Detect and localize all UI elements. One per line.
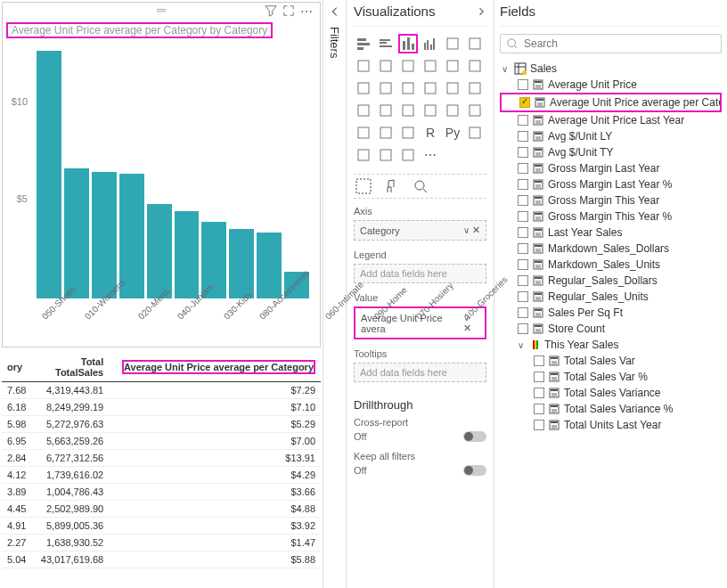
- fields-tab-icon[interactable]: [355, 178, 372, 194]
- field-item[interactable]: Average Unit Price average per Cate...: [500, 93, 722, 112]
- chevron-right-icon[interactable]: [476, 6, 486, 17]
- field-item[interactable]: Total Units Last Year: [500, 417, 722, 433]
- field-item[interactable]: Total Sales Variance %: [500, 401, 722, 417]
- field-item[interactable]: Total Sales Var %: [500, 369, 722, 385]
- viz-area-icon[interactable]: [376, 56, 396, 76]
- more-icon[interactable]: ⋯: [300, 4, 313, 19]
- viz-stacked-bar-icon[interactable]: [354, 34, 373, 53]
- table-row[interactable]: 6.188,249,299.19$7.10: [2, 399, 321, 416]
- field-item[interactable]: Store Count: [500, 321, 722, 337]
- field-checkbox[interactable]: [519, 97, 530, 108]
- bar[interactable]: [147, 204, 172, 298]
- bar[interactable]: [175, 211, 200, 298]
- legend-field[interactable]: Add data fields here: [354, 264, 486, 283]
- tooltips-field[interactable]: Add data fields here: [354, 363, 486, 382]
- field-checkbox[interactable]: [518, 79, 528, 90]
- field-checkbox[interactable]: [518, 195, 528, 206]
- viz-map-icon[interactable]: [354, 101, 373, 120]
- field-item[interactable]: Total Sales Var: [500, 353, 722, 369]
- viz-clustered-col-100-icon[interactable]: [465, 34, 485, 53]
- table-row[interactable]: 4.452,502,989.90$4.88: [2, 501, 321, 518]
- field-checkbox[interactable]: [534, 372, 544, 382]
- field-item[interactable]: Average Unit Price: [500, 77, 722, 93]
- field-checkbox[interactable]: [534, 420, 544, 430]
- viz-py-icon[interactable]: Py: [443, 123, 462, 143]
- field-checkbox[interactable]: [518, 163, 528, 174]
- chart-visual[interactable]: ═ ⋯ Average Unit Price average per Categ…: [2, 2, 321, 347]
- field-group-header[interactable]: ∨This Year Sales: [500, 337, 722, 353]
- bar[interactable]: [37, 51, 61, 298]
- field-checkbox[interactable]: [518, 227, 528, 238]
- field-item[interactable]: Avg $/Unit LY: [500, 128, 722, 144]
- viz-qa-icon[interactable]: [376, 145, 396, 165]
- field-item[interactable]: Gross Margin This Year: [500, 192, 722, 208]
- field-group-header[interactable]: ∨Sales: [500, 61, 722, 77]
- table-row[interactable]: 7.684,319,443.81$7.29: [2, 382, 321, 399]
- field-checkbox[interactable]: [518, 243, 528, 254]
- field-item[interactable]: Gross Margin Last Year: [500, 160, 722, 176]
- table-row[interactable]: 3.891,004,786.43$3.66: [2, 484, 321, 501]
- viz-scatter-icon[interactable]: [398, 78, 418, 98]
- viz-line-icon[interactable]: [354, 56, 373, 76]
- table-row[interactable]: 4.121,739,616.02$4.29: [2, 467, 321, 484]
- viz-stacked-col-icon[interactable]: [398, 34, 418, 53]
- table-visual[interactable]: ory TotalTotalSales Average Unit Price a…: [2, 353, 321, 584]
- field-checkbox[interactable]: [534, 355, 544, 366]
- table-row[interactable]: 2.846,727,312.56$13.91: [2, 450, 321, 467]
- field-item[interactable]: Total Sales Variance: [500, 385, 722, 401]
- viz-waterfall-icon[interactable]: [354, 78, 373, 98]
- keep-filters-toggle[interactable]: [463, 465, 486, 476]
- field-checkbox[interactable]: [518, 147, 528, 158]
- table-row[interactable]: 5.985,272,976.63$5.29: [2, 416, 321, 433]
- viz-funnel-icon[interactable]: [376, 78, 396, 98]
- viz-ribbon-icon[interactable]: [465, 56, 485, 76]
- focus-icon[interactable]: [282, 4, 295, 17]
- filter-icon[interactable]: [265, 4, 277, 17]
- viz-donut-icon[interactable]: [443, 78, 462, 98]
- search-input[interactable]: [524, 37, 715, 50]
- field-checkbox[interactable]: [518, 211, 528, 222]
- analytics-tab-icon[interactable]: [413, 178, 429, 194]
- viz-clustered-col-icon[interactable]: [421, 34, 440, 53]
- col-header[interactable]: ory: [2, 353, 33, 382]
- axis-field[interactable]: Category∨ ✕: [354, 220, 486, 241]
- table-row[interactable]: 2.271,638,930.52$1.47: [2, 535, 321, 551]
- field-checkbox[interactable]: [518, 259, 528, 270]
- viz-filled-map-icon[interactable]: [376, 101, 396, 120]
- field-checkbox[interactable]: [534, 388, 544, 398]
- field-item[interactable]: Regular_Sales_Units: [500, 289, 722, 305]
- table-row[interactable]: 5.0443,017,619.68$5.88: [2, 551, 321, 568]
- field-item[interactable]: Sales Per Sq Ft: [500, 305, 722, 321]
- col-header[interactable]: Average Unit Price average per Category: [109, 353, 321, 382]
- field-item[interactable]: Average Unit Price Last Year: [500, 112, 722, 128]
- viz-gauge-icon[interactable]: [398, 101, 418, 120]
- field-item[interactable]: Markdown_Sales_Units: [500, 257, 722, 273]
- viz-slicer-icon[interactable]: [354, 123, 373, 143]
- col-header[interactable]: TotalTotalSales: [33, 353, 110, 382]
- viz-stacked-bar-100-icon[interactable]: [443, 34, 462, 53]
- viz-kpi-icon[interactable]: [465, 101, 485, 120]
- bar[interactable]: [92, 172, 117, 298]
- bar[interactable]: [64, 168, 89, 298]
- viz-paginated-icon[interactable]: [398, 145, 418, 165]
- viz-r-icon[interactable]: R: [421, 123, 440, 143]
- viz-stacked-area-icon[interactable]: [398, 56, 418, 76]
- field-item[interactable]: Gross Margin Last Year %: [500, 176, 722, 192]
- viz-card-icon[interactable]: [421, 101, 440, 120]
- field-item[interactable]: Last Year Sales: [500, 225, 722, 241]
- grip-icon[interactable]: ═: [157, 3, 166, 17]
- viz-table-icon[interactable]: [376, 123, 396, 143]
- field-checkbox[interactable]: [518, 131, 528, 142]
- viz-decomp-icon[interactable]: [354, 145, 373, 165]
- viz-clustered-bar-icon[interactable]: [376, 34, 396, 53]
- viz-matrix-icon[interactable]: [398, 123, 418, 143]
- viz-more-icon[interactable]: ⋯: [421, 145, 440, 165]
- field-checkbox[interactable]: [534, 404, 544, 414]
- viz-pie-icon[interactable]: [421, 78, 440, 98]
- viz-line-col2-icon[interactable]: [443, 56, 462, 76]
- bar[interactable]: [229, 229, 254, 298]
- fields-search[interactable]: [500, 34, 722, 53]
- field-checkbox[interactable]: [518, 323, 528, 334]
- cross-report-toggle[interactable]: [463, 431, 486, 442]
- field-checkbox[interactable]: [518, 179, 528, 190]
